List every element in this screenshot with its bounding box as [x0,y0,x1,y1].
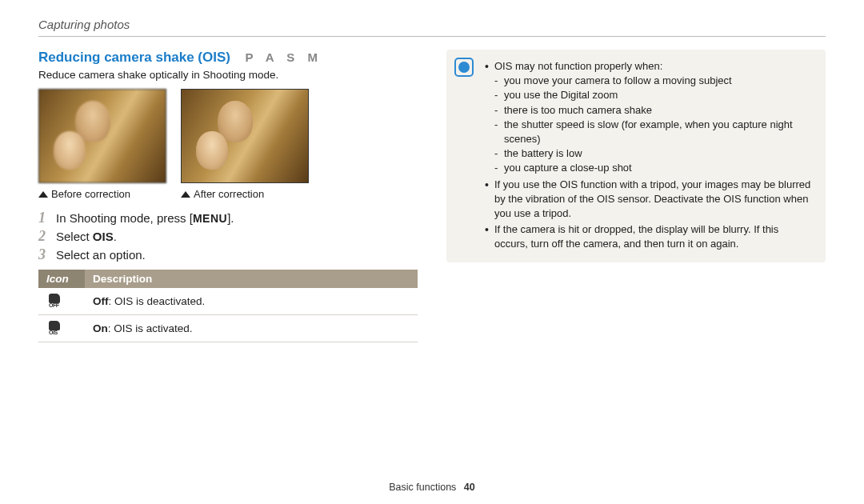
table-row: OFF Off: OIS is deactivated. [38,288,418,315]
step-2: Select OIS. [38,230,418,243]
table-head-icon: Icon [38,270,85,288]
ois-on-icon: OIS [46,320,62,334]
footer-section: Basic functions [389,482,456,493]
section-title: Reducing camera shake (OIS) [38,50,230,65]
step-1: In Shooting mode, press [MENU]. [38,211,418,225]
comparison-photos: Before correction After correction [38,89,418,200]
table-row: OIS On: OIS is activated. [38,315,418,342]
note-sub: you use the Digital zoom [494,88,814,102]
triangle-icon [38,191,48,198]
breadcrumb: Capturing photos [38,18,826,37]
table-head-description: Description [85,270,418,288]
note-bullet-1: OIS may not function properly when: you … [485,59,814,176]
note-sub: the shutter speed is slow (for example, … [494,118,814,146]
note-bullet-2: If you use the OIS function with a tripo… [485,178,814,222]
steps-list: In Shooting mode, press [MENU]. Select O… [38,211,418,262]
note-sub: the battery is low [494,146,814,161]
photo-before-correction [38,89,166,183]
caption-after: After correction [181,188,309,200]
note-sub: there is too much camera shake [494,103,814,118]
ois-off-icon: OFF [46,293,62,307]
note-sub: you move your camera to follow a moving … [494,74,814,88]
mode-letters: P A S M [245,50,322,64]
note-sub: you capture a close-up shot [494,161,814,175]
page-number: 40 [464,482,475,493]
photo-after-correction [181,89,309,183]
note-icon [454,58,474,77]
note-bullet-3: If the camera is hit or dropped, the dis… [485,222,814,251]
menu-key-label: MENU [193,212,227,225]
options-table: Icon Description OFF Off: OIS is deactiv… [38,270,418,342]
section-heading-row: Reducing camera shake (OIS) P A S M [38,50,418,66]
caption-before: Before correction [38,188,166,200]
page-footer: Basic functions 40 [0,482,864,493]
section-intro: Reduce camera shake optically in Shootin… [38,69,418,81]
step-3: Select an option. [38,248,418,262]
triangle-icon [181,191,190,198]
note-box: OIS may not function properly when: you … [446,50,826,262]
